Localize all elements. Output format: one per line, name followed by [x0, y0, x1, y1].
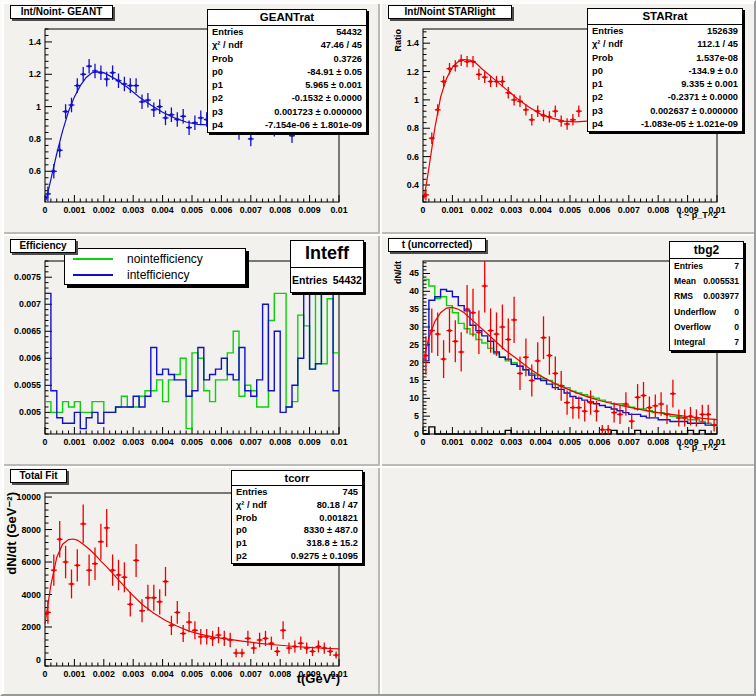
svg-text:0.6: 0.6 [29, 166, 41, 176]
stat-row: χ² / ndf80.18 / 47 [232, 499, 362, 512]
stat-value: 152639 [707, 25, 738, 38]
svg-text:0.001: 0.001 [441, 205, 463, 215]
stat-label: p4 [212, 119, 223, 132]
stat-value: -0.1532 ± 0.0000 [292, 92, 362, 105]
pad-title-box[interactable]: t (uncorrected) [388, 238, 486, 252]
pad-title-box[interactable]: Efficiency [10, 239, 76, 253]
stat-value: -134.9 ± 0.0 [688, 65, 738, 78]
stats-box-inteff[interactable]: Inteff Entries54432 [290, 240, 364, 293]
stat-value: 112.1 / 45 [697, 38, 738, 51]
pad-total-fit[interactable]: 00.0010.0020.0030.0040.0050.0060.0070.00… [2, 466, 380, 696]
stat-value: 745 [342, 486, 358, 499]
svg-text:1: 1 [36, 102, 41, 112]
svg-text:2000: 2000 [21, 622, 41, 632]
stat-label: Prob [236, 512, 257, 525]
pad-title-text: Int/Noint STARlight [405, 6, 496, 17]
stat-row: Entries745 [232, 486, 362, 499]
stat-value: 54432 [333, 268, 362, 292]
svg-text:0.006: 0.006 [588, 437, 610, 447]
stat-value: 5.965 ± 0.001 [305, 79, 362, 92]
stat-label: Entries [236, 486, 268, 499]
stat-label: p1 [212, 79, 223, 92]
stat-row: Entries7 [670, 259, 743, 274]
stats-box-tbg2[interactable]: tbg2 Entries7Mean0.005531RMS0.003977Unde… [669, 241, 744, 351]
stat-row: Prob0.001821 [232, 512, 362, 525]
svg-text:0.01: 0.01 [330, 205, 347, 215]
pad-title-box[interactable]: Int/Noint- GEANT [10, 5, 113, 19]
svg-text:0.006: 0.006 [210, 205, 232, 215]
svg-text:0.004: 0.004 [152, 669, 174, 679]
stat-label: Entries [292, 268, 328, 292]
pad-title-box[interactable]: Int/Noint STARlight [388, 5, 512, 19]
stat-row: p4-1.083e-05 ± 1.021e-09 [588, 118, 742, 131]
pad-geant-ratio[interactable]: 00.0010.0020.0030.0040.0050.0060.0070.00… [2, 2, 380, 234]
x-axis-label: t(GeV²) [297, 671, 340, 686]
pad-starlight-ratio[interactable]: 00.0010.0020.0030.0040.0050.0060.0070.00… [380, 2, 756, 234]
stats-title: Inteff [291, 241, 363, 268]
svg-text:0.0065: 0.0065 [14, 326, 41, 336]
stat-value: 47.46 / 45 [321, 39, 362, 52]
svg-text:0.005: 0.005 [19, 407, 41, 417]
stat-label: χ² / ndf [236, 499, 267, 512]
stat-value: 0 [734, 305, 739, 320]
stat-label: p1 [236, 537, 247, 550]
svg-text:0.002: 0.002 [93, 205, 115, 215]
svg-text:0.001: 0.001 [63, 205, 85, 215]
root-canvas[interactable]: 00.0010.0020.0030.0040.0050.0060.0070.00… [0, 0, 756, 696]
svg-text:15: 15 [409, 375, 419, 385]
stat-value: 0.3726 [334, 53, 362, 66]
svg-text:0.6: 0.6 [407, 152, 419, 162]
svg-text:40: 40 [409, 286, 419, 296]
stats-box-geantrat[interactable]: GEANTrat Entries54432χ² / ndf47.46 / 45P… [207, 9, 367, 133]
stat-row: p30.001723 ± 0.000000 [208, 106, 366, 119]
svg-text:1.2: 1.2 [407, 67, 419, 77]
pad-t-uncorrected[interactable]: 00.0010.0020.0030.0040.0050.0060.0070.00… [380, 234, 756, 466]
stat-row: p1318.8 ± 15.2 [232, 537, 362, 550]
svg-text:0.007: 0.007 [618, 437, 640, 447]
stat-value: -7.154e-06 ± 1.801e-09 [265, 119, 362, 132]
stat-label: Prob [212, 53, 233, 66]
stat-label: p0 [212, 66, 223, 79]
svg-text:0.003: 0.003 [122, 205, 144, 215]
svg-text:0.0075: 0.0075 [14, 272, 41, 282]
pad-title-box[interactable]: Total Fit [10, 469, 67, 483]
svg-text:0.006: 0.006 [210, 437, 232, 447]
stat-label: Underflow [674, 305, 716, 320]
stat-label: p2 [236, 550, 247, 563]
pad-efficiency[interactable]: 00.0010.0020.0030.0040.0050.0060.0070.00… [2, 234, 380, 466]
stat-row: Mean0.005531 [670, 274, 743, 289]
svg-text:0.008: 0.008 [269, 205, 291, 215]
stat-label: χ² / ndf [212, 39, 243, 52]
svg-text:0.008: 0.008 [269, 669, 291, 679]
stat-value: 0 [734, 320, 739, 335]
stat-value: 0.005531 [703, 274, 739, 289]
stat-row: Entries54432 [208, 26, 366, 39]
svg-text:0.007: 0.007 [618, 205, 640, 215]
svg-text:0.001: 0.001 [63, 669, 85, 679]
svg-text:0.002: 0.002 [93, 669, 115, 679]
stats-box-starrat[interactable]: STARrat Entries152639χ² / ndf112.1 / 45P… [587, 8, 743, 132]
stats-box-tcorr[interactable]: tcorr Entries745χ² / ndf80.18 / 47Prob0.… [231, 470, 363, 564]
svg-text:0.8: 0.8 [29, 134, 41, 144]
svg-text:8000: 8000 [21, 525, 41, 535]
stat-value: 8330 ± 487.0 [304, 524, 358, 537]
svg-text:0.006: 0.006 [19, 353, 41, 363]
svg-text:0.008: 0.008 [269, 437, 291, 447]
stat-value: 1.537e-08 [696, 52, 738, 65]
stats-title: tcorr [232, 471, 362, 486]
stat-label: Overflow [674, 320, 711, 335]
stat-label: Entries [592, 25, 624, 38]
svg-text:0.0055: 0.0055 [14, 380, 41, 390]
legend-box[interactable]: nointefficiencyintefficiency [64, 248, 246, 285]
pad-empty[interactable] [380, 466, 756, 696]
stat-value: 318.8 ± 15.2 [306, 537, 358, 550]
stat-label: Mean [674, 274, 696, 289]
svg-text:0.8: 0.8 [407, 123, 419, 133]
stat-row: p4-7.154e-06 ± 1.801e-09 [208, 119, 366, 132]
stat-row: Prob1.537e-08 [588, 52, 742, 65]
y-axis-label: dN/dt [393, 261, 403, 284]
stat-value: -84.91 ± 0.05 [307, 66, 362, 79]
legend-label: nointefficiency [127, 252, 203, 266]
stat-label: Entries [674, 259, 703, 274]
svg-text:0.003: 0.003 [500, 437, 522, 447]
